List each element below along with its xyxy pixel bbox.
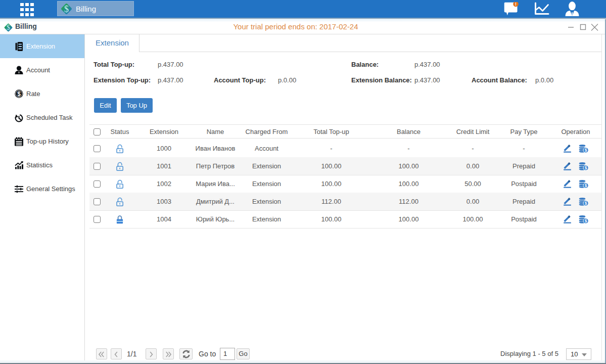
svg-text:$: $ — [584, 165, 587, 170]
svg-text:$: $ — [584, 201, 587, 206]
svg-text:$: $ — [584, 183, 587, 188]
svg-text:$: $ — [584, 218, 587, 223]
svg-text:$: $ — [584, 148, 587, 153]
svg-text:$: $ — [64, 4, 69, 14]
svg-text:$: $ — [7, 24, 10, 31]
svg-text:$: $ — [17, 90, 21, 98]
svg-text:!: ! — [515, 2, 517, 7]
